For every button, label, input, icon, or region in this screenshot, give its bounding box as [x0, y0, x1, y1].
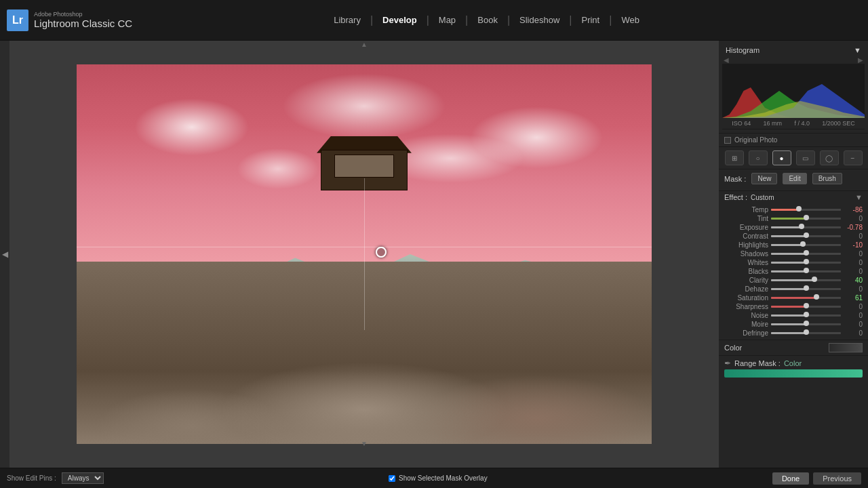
nav-print[interactable]: Print: [572, 9, 609, 30]
slider-track-9[interactable]: [771, 288, 841, 290]
slider-fill-6: [771, 262, 806, 264]
slider-thumb-0: [796, 206, 802, 211]
slider-track-3[interactable]: [771, 235, 841, 237]
slider-row-temp: Temp-86: [724, 206, 863, 214]
slider-label-11: Sharpness: [724, 303, 768, 310]
slider-value-14: 0: [844, 329, 863, 337]
top-bar: Lr Adobe Photoshop Lightroom Classic CC …: [0, 0, 868, 41]
slider-fill-0: [771, 209, 799, 211]
tool-grid[interactable]: ⊞: [725, 150, 744, 165]
logo-area: Lr Adobe Photoshop Lightroom Classic CC: [0, 9, 132, 31]
nav-book[interactable]: Book: [468, 9, 507, 30]
slider-label-12: Noise: [724, 312, 768, 319]
effect-dropdown-icon[interactable]: ▼: [855, 193, 863, 201]
aperture-value: f / 4.0: [794, 120, 810, 127]
slider-fill-2: [771, 226, 802, 228]
nav-library[interactable]: Library: [324, 9, 370, 30]
mask-overlay-label: Show Selected Mask Overlay: [399, 474, 488, 482]
nav-map[interactable]: Map: [429, 9, 465, 30]
slider-fill-7: [771, 270, 806, 272]
slider-track-7[interactable]: [771, 270, 841, 272]
mask-brush-btn[interactable]: Brush: [812, 173, 842, 184]
mask-edit-btn[interactable]: Edit: [783, 173, 806, 184]
slider-label-8: Clarity: [724, 277, 768, 284]
slider-row-exposure: Exposure-0.78: [724, 224, 863, 231]
slider-label-13: Moire: [724, 321, 768, 328]
mask-label: Mask :: [724, 175, 746, 183]
mask-overlay-checkbox[interactable]: [389, 475, 395, 482]
slider-track-10[interactable]: [771, 297, 841, 299]
slider-track-4[interactable]: [771, 244, 841, 246]
nav-develop[interactable]: Develop: [373, 9, 427, 30]
mask-new-btn[interactable]: New: [751, 173, 777, 184]
effect-value[interactable]: Custom: [751, 194, 852, 201]
slider-track-13[interactable]: [771, 323, 841, 325]
slider-track-12[interactable]: [771, 314, 841, 317]
slider-row-defringe: Defringe0: [724, 329, 863, 337]
original-photo-checkbox[interactable]: [724, 137, 731, 144]
focal-value: 16 mm: [764, 120, 783, 127]
tool-rect[interactable]: ▭: [796, 150, 815, 165]
nav-web[interactable]: Web: [612, 9, 649, 30]
slider-track-2[interactable]: [771, 226, 841, 228]
slider-track-0[interactable]: [771, 209, 841, 211]
mask-control-point[interactable]: [376, 247, 387, 258]
right-panel: Histogram ▼ ◀ ▶: [719, 41, 868, 468]
previous-button[interactable]: Previous: [813, 472, 861, 485]
histogram-dropdown-icon[interactable]: ▼: [854, 46, 861, 54]
original-photo-label: Original Photo: [734, 136, 777, 144]
range-mask-value[interactable]: Color: [784, 359, 802, 367]
slider-thumb-8: [812, 277, 817, 282]
histogram-section: Histogram ▼ ◀ ▶: [719, 41, 868, 134]
vertical-guide: [364, 178, 365, 330]
slider-value-2: -0.78: [844, 224, 863, 231]
slider-label-2: Exposure: [724, 224, 768, 231]
slider-fill-11: [771, 306, 806, 308]
slider-track-5[interactable]: [771, 253, 841, 255]
tool-circle[interactable]: ○: [749, 150, 768, 165]
slider-row-highlights: Highlights-10: [724, 241, 863, 249]
bottom-bar: Show Edit Pins : Always Auto Never Show …: [0, 468, 868, 488]
slider-value-4: -10: [844, 241, 863, 249]
highlight-clipping-icon[interactable]: ▶: [858, 56, 863, 64]
slider-value-8: 40: [844, 277, 863, 284]
left-panel-toggle[interactable]: ◀: [2, 249, 8, 259]
slider-value-11: 0: [844, 303, 863, 310]
tool-circle-outline[interactable]: ◯: [820, 150, 839, 165]
slider-row-whites: Whites0: [724, 259, 863, 266]
pins-dropdown[interactable]: Always Auto Never: [62, 472, 104, 484]
eyedropper-icon[interactable]: ✒: [724, 359, 731, 368]
slider-label-10: Saturation: [724, 294, 768, 302]
slider-track-14[interactable]: [771, 332, 841, 334]
tool-minus[interactable]: −: [844, 150, 863, 165]
mask-row: Mask : New Edit Brush: [724, 173, 863, 184]
slider-row-noise: Noise0: [724, 312, 863, 319]
slider-value-5: 0: [844, 250, 863, 258]
slider-value-6: 0: [844, 259, 863, 266]
slider-track-6[interactable]: [771, 262, 841, 264]
nav-slideshow[interactable]: Slideshow: [510, 9, 569, 30]
slider-track-8[interactable]: [771, 279, 841, 281]
scroll-up-arrow[interactable]: ▲: [361, 41, 368, 48]
color-swatch[interactable]: [829, 343, 863, 352]
slider-row-dehaze: Dehaze0: [724, 285, 863, 293]
hut-window: [334, 155, 394, 178]
slider-label-5: Shadows: [724, 250, 768, 258]
effect-label: Effect :: [724, 193, 747, 201]
scroll-down-arrow[interactable]: ▼: [361, 440, 368, 447]
slider-fill-4: [771, 244, 803, 246]
photo-container[interactable]: ▲: [9, 41, 719, 468]
slider-track-11[interactable]: [771, 306, 841, 308]
slider-thumb-12: [804, 312, 809, 317]
done-button[interactable]: Done: [772, 472, 809, 485]
slider-row-blacks: Blacks0: [724, 268, 863, 275]
slider-value-1: 0: [844, 215, 863, 222]
shadow-clipping-icon[interactable]: ◀: [724, 56, 729, 64]
tool-circle-filled[interactable]: ●: [772, 150, 791, 165]
original-photo-row: Original Photo: [719, 134, 868, 147]
range-mask-bar[interactable]: [724, 369, 863, 378]
slider-thumb-10: [814, 294, 819, 300]
slider-track-1[interactable]: [771, 218, 841, 220]
center-area: ▲: [9, 41, 719, 468]
slider-fill-10: [771, 297, 816, 299]
